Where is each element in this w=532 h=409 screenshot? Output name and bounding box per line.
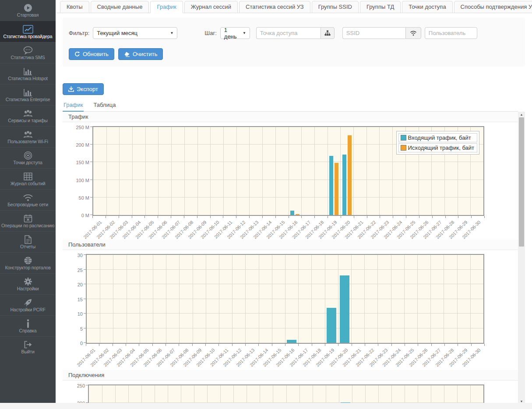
calendar-x-icon <box>0 213 56 222</box>
tab-2[interactable]: Сводные данные <box>91 1 149 13</box>
line-chart-icon <box>0 24 56 33</box>
tab-4[interactable]: Журнал сессий <box>184 1 238 13</box>
sidebar-item-1[interactable]: Стартовая <box>0 0 56 21</box>
sidebar-item-13[interactable]: Конструктор порталов <box>0 252 56 273</box>
sidebar-item-5[interactable]: Статистика Enterprise <box>0 84 56 105</box>
x-axis-tick <box>354 216 354 218</box>
chart-panel-title: Трафик <box>63 112 518 122</box>
y-axis-tick <box>84 328 86 328</box>
document-icon <box>0 234 56 243</box>
refresh-button-label: Обновить <box>83 51 109 57</box>
sidebar-item-10[interactable]: Беспроводные сети <box>0 189 56 210</box>
sidebar-item-12[interactable]: Отчеты <box>0 231 56 252</box>
sidebar-item-8[interactable]: Точки доступа <box>0 147 56 168</box>
sidebar-item-14[interactable]: Настройки <box>0 273 56 294</box>
sidebar-item-11[interactable]: Операции по расписанию <box>0 210 56 231</box>
charts-viewport: Трафик0 M50 M100 M150 M200 M250 MВходящи… <box>63 112 518 404</box>
gridline <box>119 127 120 215</box>
y-axis-label: 250 M <box>64 125 89 130</box>
sidebar-item-4[interactable]: Статистика Hotspot <box>0 63 56 84</box>
table-icon <box>0 171 56 180</box>
gridline <box>366 127 367 215</box>
access-point-tree-button[interactable] <box>321 27 335 39</box>
sidebar-item-label: Стартовая <box>0 12 56 18</box>
y-axis-label: 30 <box>63 253 83 258</box>
y-axis-label: 5 <box>63 326 83 331</box>
x-axis-tick <box>272 344 272 346</box>
legend-label: Входящий трафик, байт <box>408 134 471 141</box>
gridline <box>377 255 378 343</box>
scroll-up-arrow-icon[interactable]: ▲ <box>518 112 525 117</box>
gridline <box>444 255 444 343</box>
sidebar-item-2[interactable]: Статистика провайдера <box>0 21 56 42</box>
tab-9[interactable]: Способы подтверждения УЗ <box>454 1 532 13</box>
gridline <box>285 255 285 343</box>
tab-5[interactable]: Статистика сессий УЗ <box>239 1 310 13</box>
users-icon <box>0 129 56 138</box>
plot-area: 0 M50 M100 M150 M200 M250 MВходящий траф… <box>92 126 484 216</box>
gridline <box>102 385 102 404</box>
period-select[interactable]: Текущий месяц ▼ <box>93 27 177 39</box>
export-button[interactable]: Экспорт <box>63 83 104 95</box>
x-axis-tick <box>484 216 485 218</box>
scrollbar-thumb[interactable] <box>519 117 524 247</box>
ssid-list-button[interactable] <box>405 27 421 39</box>
tab-8[interactable]: Точки доступа <box>402 1 452 13</box>
y-axis-tick <box>86 385 88 385</box>
refresh-button[interactable]: Обновить <box>69 48 114 60</box>
chart-panel-title: Подключения <box>63 370 518 381</box>
gridline <box>392 127 393 215</box>
gridline <box>259 255 259 343</box>
step-label: Шаг: <box>204 30 217 36</box>
x-axis-tick <box>289 216 289 218</box>
gridline <box>113 255 113 343</box>
legend-swatch <box>401 135 406 141</box>
sidebar-item-label: Статистика SMS <box>0 54 56 60</box>
gridline <box>430 255 431 343</box>
clear-button[interactable]: Очистить <box>118 48 163 60</box>
gridline <box>470 255 471 343</box>
ssid-input[interactable] <box>342 27 405 39</box>
tab-3[interactable]: График <box>150 1 183 13</box>
gridline <box>289 127 289 215</box>
step-select[interactable]: 1 день ▼ <box>220 27 250 39</box>
subtab-table[interactable]: Таблица <box>92 102 116 111</box>
x-axis-tick <box>298 344 299 346</box>
gridline <box>328 127 328 215</box>
sidebar-item-15[interactable]: Настройки PCRF <box>0 294 56 315</box>
chart-panel-3: Подключения0501001502002502017-06-012017… <box>63 370 518 404</box>
tab-7[interactable]: Группы ТД <box>360 1 401 13</box>
y-axis-tick <box>84 342 86 343</box>
tab-1[interactable]: Квоты <box>60 1 89 13</box>
bar <box>348 135 352 215</box>
y-axis-label: 0 <box>63 341 83 346</box>
sidebar-item-3[interactable]: Статистика SMS <box>0 42 56 63</box>
gridline <box>87 284 483 284</box>
sidebar-item-16[interactable]: Справка <box>0 315 56 336</box>
charts-scrollbar[interactable]: ▲ ▼ <box>518 112 525 404</box>
sidebar-item-17[interactable]: Выйти <box>0 336 56 357</box>
x-axis-tick <box>301 216 302 218</box>
subtab-chart[interactable]: График <box>63 102 84 112</box>
chart-body: 0501001502002502017-06-012017-06-022017-… <box>63 381 518 404</box>
access-point-input[interactable] <box>256 27 321 39</box>
user-input[interactable] <box>425 27 477 39</box>
gridline <box>457 255 458 343</box>
gridline <box>301 127 302 215</box>
speech-bubble-icon <box>0 45 56 54</box>
sidebar-item-6[interactable]: Сервисы и тарифы <box>0 105 56 126</box>
gridline <box>145 127 146 215</box>
sidebar-item-9[interactable]: Журнал событий <box>0 168 56 189</box>
sidebar-item-7[interactable]: Пользователи Wi-Fi <box>0 126 56 147</box>
tab-6[interactable]: Группы SSID <box>312 1 359 13</box>
bar <box>327 308 336 343</box>
gridline <box>87 313 483 314</box>
x-axis-tick <box>218 344 219 346</box>
sidebar-item-label: Статистика провайдера <box>0 33 56 39</box>
y-axis-tick <box>90 180 92 180</box>
x-axis-labels: 2017-06-012017-06-022017-06-032017-06-04… <box>86 344 484 367</box>
y-axis-label: 0 M <box>64 213 89 218</box>
gridline <box>206 255 206 343</box>
gridline <box>223 127 224 215</box>
x-axis-tick <box>158 216 158 218</box>
